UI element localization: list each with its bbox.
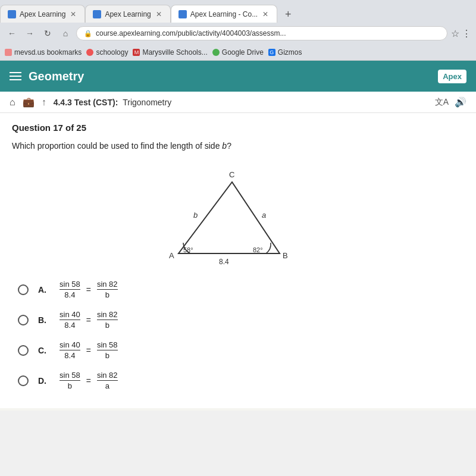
new-tab-button[interactable]: + (280, 6, 296, 23)
app-header-left: Geometry (10, 70, 84, 83)
answer-choice-c: C. sin 40 8.4 = sin 58 b (18, 340, 458, 360)
bookmark-google-drive[interactable]: Google Drive (212, 48, 264, 57)
vertex-c-label: C (229, 170, 234, 179)
back-button[interactable]: ← (5, 26, 19, 40)
choice-c-label: C. (38, 346, 50, 355)
hamburger-button[interactable] (10, 72, 21, 80)
home-button[interactable]: ⌂ (58, 26, 73, 40)
fraction-b-2-num: sin 82 (97, 310, 118, 320)
radio-b[interactable] (18, 315, 29, 325)
apex-logo: Apex (438, 70, 466, 83)
bookmark-mevsd[interactable]: mevsd.us bookmarks (5, 48, 82, 57)
base-length-label: 8.4 (219, 258, 229, 265)
equals-a: = (86, 285, 91, 295)
tab-3-close[interactable]: ✕ (261, 10, 270, 18)
question-text-after: ? (227, 141, 231, 151)
fraction-a-2: sin 82 b (97, 280, 118, 299)
sub-header: ⌂ 💼 ↑ 4.4.3 Test (CST): Trigonometry 文A … (0, 92, 476, 113)
tab-1-close[interactable]: ✕ (69, 10, 77, 18)
vertex-b-label: B (283, 251, 288, 260)
side-a-label: a (262, 211, 266, 220)
equals-d: = (86, 376, 91, 386)
angle-b-label: 82° (253, 246, 263, 253)
fraction-a-1-num: sin 58 (60, 280, 80, 290)
tab-2-icon (93, 10, 101, 18)
fraction-b-2-den: b (105, 320, 109, 330)
bookmark-gizmos-label: Gizmos (278, 48, 302, 57)
tab-2-title: Apex Learning (105, 10, 151, 18)
fraction-a-2-den: b (105, 290, 109, 299)
fraction-a-1-den: 8.4 (64, 290, 75, 299)
fraction-eq-b: sin 40 8.4 = sin 82 b (60, 310, 118, 330)
audio-icon[interactable]: 🔊 (455, 96, 466, 108)
tab-1-title: Apex Learning (20, 10, 65, 18)
extension-icon[interactable]: ⋮ (462, 28, 471, 39)
fraction-b-1-num: sin 40 (60, 310, 80, 320)
fraction-c-1-den: 8.4 (64, 350, 75, 360)
fraction-b-1-den: 8.4 (64, 320, 75, 330)
bookmark-mevsd-icon (5, 49, 12, 56)
bookmark-marysville[interactable]: M Marysville Schools... (133, 48, 207, 57)
bookmark-gizmos-icon: G (268, 49, 275, 56)
question-text-before: Which proportion could be used to find t… (12, 141, 222, 151)
question-number: Question 17 of 25 (12, 123, 464, 133)
tab-2[interactable]: Apex Learning ✕ (85, 5, 170, 23)
test-prefix: 4.4.3 Test (CST): (54, 98, 118, 107)
answer-choice-a: A. sin 58 8.4 = sin 82 b (18, 280, 458, 299)
answer-choice-d: D. sin 58 b = sin 82 a (18, 371, 458, 390)
bookmark-google-drive-label: Google Drive (222, 48, 264, 57)
tab-1[interactable]: Apex Learning ✕ (0, 5, 85, 23)
bookmark-gizmos[interactable]: G Gizmos (268, 48, 302, 57)
radio-c[interactable] (18, 345, 29, 356)
fraction-d-1-den: b (68, 381, 72, 390)
test-label: 4.4.3 Test (CST): Trigonometry (54, 98, 172, 107)
bookmark-mevsd-label: mevsd.us bookmarks (14, 48, 82, 57)
radio-a[interactable] (18, 284, 29, 295)
fraction-d-2: sin 82 a (97, 371, 118, 390)
bookmark-schoology[interactable]: schoology (86, 48, 128, 57)
answer-choices: A. sin 58 8.4 = sin 82 b B. (12, 280, 464, 390)
upload-nav-icon[interactable]: ↑ (42, 97, 46, 108)
translate-icon[interactable]: 文A (435, 97, 449, 108)
fraction-a-1: sin 58 8.4 (60, 280, 80, 299)
fraction-c-2-num: sin 58 (97, 340, 118, 350)
forward-button[interactable]: → (23, 26, 37, 40)
bookmark-google-drive-icon (212, 49, 220, 56)
fraction-a-2-num: sin 82 (97, 280, 118, 290)
fraction-c-1-num: sin 40 (60, 340, 80, 350)
briefcase-nav-icon[interactable]: 💼 (23, 96, 35, 108)
fraction-d-2-den: a (105, 381, 109, 390)
radio-d[interactable] (18, 375, 29, 386)
address-text: course.apexlearning.com/public/activity/… (96, 29, 286, 37)
equals-b: = (86, 315, 91, 325)
triangle-diagram: A B C b a 8.4 58° 82° (161, 164, 315, 265)
fraction-b-2: sin 82 b (97, 310, 118, 330)
fraction-d-1: sin 58 b (60, 371, 80, 390)
equals-c: = (86, 346, 91, 355)
lock-icon: 🔒 (84, 30, 92, 37)
content-inner: Question 17 of 25 Which proportion could… (0, 113, 476, 408)
fraction-c-2: sin 58 b (97, 340, 118, 360)
fraction-d-2-num: sin 82 (97, 371, 118, 381)
choice-a-label: A. (38, 285, 50, 295)
tab-bar: Apex Learning ✕ Apex Learning ✕ Apex Lea… (0, 0, 476, 23)
address-actions: ☆ ⋮ (451, 28, 471, 39)
tab-3[interactable]: Apex Learning - Co... ✕ (171, 5, 277, 23)
tab-2-close[interactable]: ✕ (155, 10, 163, 18)
address-input[interactable]: 🔒 course.apexlearning.com/public/activit… (76, 26, 447, 40)
tab-3-title: Apex Learning - Co... (190, 10, 258, 18)
bookmark-schoology-label: schoology (96, 48, 128, 57)
home-nav-icon[interactable]: ⌂ (10, 97, 15, 108)
tab-3-icon (178, 10, 187, 18)
fraction-eq-a: sin 58 8.4 = sin 82 b (60, 280, 118, 299)
answer-choice-b: B. sin 40 8.4 = sin 82 b (18, 310, 458, 330)
fraction-c-1: sin 40 8.4 (60, 340, 80, 360)
bookmark-star-icon[interactable]: ☆ (451, 28, 459, 39)
sub-header-left: ⌂ 💼 ↑ 4.4.3 Test (CST): Trigonometry (10, 96, 171, 108)
fraction-eq-c: sin 40 8.4 = sin 58 b (60, 340, 118, 360)
question-variable: b (222, 141, 227, 151)
content-wrapper: Question 17 of 25 Which proportion could… (0, 113, 476, 411)
reload-button[interactable]: ↻ (40, 26, 55, 40)
fraction-c-2-den: b (105, 350, 109, 360)
choice-d-label: D. (38, 376, 50, 386)
